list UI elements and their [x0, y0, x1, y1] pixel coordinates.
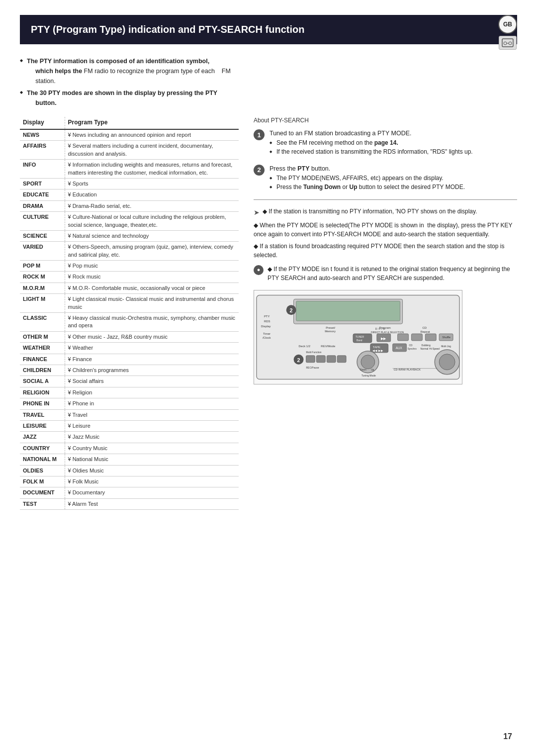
- program-type-cell: ¥ News including an announced opinion an…: [65, 129, 239, 141]
- display-cell: AFFAIRS: [20, 141, 65, 160]
- table-row: SOCIAL A¥ Social affairs: [20, 376, 239, 387]
- table-row: TRAVEL¥ Travel: [20, 409, 239, 420]
- svg-text:CD: CD: [422, 326, 427, 329]
- svg-text:2: 2: [290, 307, 293, 313]
- program-type-cell: ¥ Social affairs: [65, 376, 239, 387]
- step-1-content: Tuned to an FM station broadcasting a PT…: [269, 129, 517, 156]
- display-cell: OLDIES: [20, 465, 65, 476]
- step-2-main: Press the PTY button.: [269, 164, 517, 174]
- page-title: PTY (Program Type) indication and PTY-SE…: [31, 24, 304, 35]
- svg-rect-47: [316, 356, 325, 363]
- program-type-cell: ¥ Phone in: [65, 398, 239, 409]
- table-row: TEST¥ Alarm Test: [20, 498, 239, 509]
- caution-text: ◆ If the PTY MODE isn t found it is retu…: [268, 265, 517, 283]
- svg-text:Tuning Mode: Tuning Mode: [361, 374, 376, 377]
- program-type-cell: ¥ Culture-National or local culture incl…: [65, 212, 239, 231]
- svg-text:Down: Down: [360, 368, 366, 371]
- note-3: ◆ If a station is found broadcasting req…: [254, 242, 517, 260]
- svg-text:/Clock: /Clock: [263, 336, 271, 339]
- note-2: ◆ When the PTY MODE is selected(The PTY …: [254, 221, 517, 239]
- table-row: RELIGION¥ Religion: [20, 387, 239, 398]
- program-type-cell: ¥ Alarm Test: [65, 498, 239, 509]
- program-type-cell: ¥ Information including weights and meas…: [65, 160, 239, 179]
- svg-text:2: 2: [297, 357, 300, 363]
- table-row: COUNTRY¥ Country Music: [20, 443, 239, 454]
- svg-text:DIRECT PLAY & SELECTION: DIRECT PLAY & SELECTION: [371, 331, 404, 334]
- display-cell: DOCUMENT: [20, 487, 65, 498]
- display-cell: NEWS: [20, 129, 65, 141]
- step-1-bullet-2: If the received station is transmitting …: [269, 147, 517, 156]
- gb-badge: GB: [498, 15, 517, 50]
- svg-text:Display: Display: [261, 325, 271, 328]
- program-type-cell: ¥ Rock music: [65, 272, 239, 283]
- svg-text:AUX: AUX: [396, 346, 403, 350]
- svg-point-2: [509, 42, 512, 45]
- svg-text:RDS: RDS: [264, 320, 270, 323]
- program-type-cell: ¥ Religion: [65, 387, 239, 398]
- step-1-number: 1: [254, 129, 265, 140]
- svg-text:◀◀ ▶▶: ◀◀ ▶▶: [372, 349, 383, 352]
- svg-text:Memory: Memory: [325, 330, 336, 333]
- step-2-bullet-1: The PTY MODE(NEWS, AFFAIRS, etc) appears…: [269, 174, 517, 183]
- note-1-text: ◆ If the station is transmitting no PTY …: [263, 207, 477, 216]
- program-type-cell: ¥ M.O.R- Comfortable music, occasionally…: [65, 283, 239, 293]
- svg-rect-28: [425, 334, 436, 341]
- table-row: JAZZ¥ Jazz Music: [20, 432, 239, 443]
- svg-text:REC/Pause: REC/Pause: [306, 366, 319, 369]
- svg-rect-48: [327, 356, 336, 363]
- program-type-cell: ¥ Heavy classical music-Orchestra music,…: [65, 313, 239, 332]
- svg-text:▶▶: ▶▶: [381, 337, 386, 340]
- cassette-icon: [499, 36, 517, 50]
- table-row: SCIENCE¥ Natural science and technology: [20, 230, 239, 241]
- step-1-bullet-1: See the FM receiving method on the page …: [269, 138, 517, 147]
- svg-text:Normal: Normal: [420, 348, 428, 350]
- note-2-text: ◆ When the PTY MODE is selected(The PTY …: [254, 221, 517, 239]
- program-type-cell: ¥ Country Music: [65, 443, 239, 454]
- step-1-row: 1 Tuned to an FM station broadcasting a …: [254, 129, 517, 156]
- step-1-section: 1 Tuned to an FM station broadcasting a …: [254, 129, 517, 156]
- program-type-cell: ¥ Education: [65, 189, 239, 200]
- program-type-cell: ¥ Folk Music: [65, 476, 239, 487]
- svg-text:Deck 1/2: Deck 1/2: [299, 345, 311, 348]
- table-row: LEISURE¥ Leisure: [20, 420, 239, 431]
- display-cell: RELIGION: [20, 387, 65, 398]
- svg-text:PTY: PTY: [264, 315, 270, 318]
- display-cell: INFO: [20, 160, 65, 179]
- display-cell: PHONE IN: [20, 398, 65, 409]
- svg-text:Up: Up: [371, 368, 374, 371]
- program-type-cell: ¥ Drama-Radio serial, etc.: [65, 200, 239, 211]
- about-pty-title: About PTY-SEARCH: [254, 117, 517, 124]
- display-cell: CLASSIC: [20, 313, 65, 332]
- program-type-cell: ¥ Other music - Jazz, R&B country music: [65, 331, 239, 342]
- table-row: INFO¥ Information including weights and …: [20, 160, 239, 179]
- display-cell: FOLK M: [20, 476, 65, 487]
- intro-bullet-2: The 30 PTY modes are shown in the displa…: [20, 88, 517, 108]
- program-type-cell: ¥ Weather: [65, 343, 239, 354]
- step-2-number: 2: [254, 165, 265, 176]
- svg-text:Multi Function: Multi Function: [306, 351, 322, 354]
- display-cell: LEISURE: [20, 420, 65, 431]
- main-content: Display Program Type NEWS¥ News includin…: [20, 117, 517, 510]
- step-2-row: 2 Press the PTY button. The PTY MODE(NEW…: [254, 164, 517, 191]
- note-arrow-icon: ➤: [254, 207, 260, 218]
- notes-box: ➤ ◆ If the station is transmitting no PT…: [254, 207, 517, 260]
- note-3-text: ◆ If a station is found broadcasting req…: [254, 242, 517, 260]
- display-cell: COUNTRY: [20, 443, 65, 454]
- table-row: CULTURE¥ Culture-National or local cultu…: [20, 212, 239, 231]
- svg-text:Timer: Timer: [263, 332, 270, 335]
- gb-label: GB: [498, 15, 517, 34]
- svg-text:TUNER: TUNER: [356, 336, 364, 338]
- col-display: Display: [20, 117, 65, 129]
- table-row: LIGHT M¥ Light classical music- Classica…: [20, 294, 239, 313]
- program-type-cell: ¥ Jazz Music: [65, 432, 239, 443]
- table-row: NEWS¥ News including an announced opinio…: [20, 129, 239, 141]
- page-container: GB PTY (Program Type) indication and PTY…: [0, 0, 537, 756]
- program-type-cell: ¥ Finance: [65, 354, 239, 365]
- program-type-cell: ¥ National Music: [65, 454, 239, 465]
- step-2-content: Press the PTY button. The PTY MODE(NEWS,…: [269, 164, 517, 191]
- display-cell: WEATHER: [20, 343, 65, 354]
- display-cell: M.O.R.M: [20, 283, 65, 293]
- program-type-cell: ¥ Oldies Music: [65, 465, 239, 476]
- svg-point-1: [504, 42, 507, 45]
- table-row: CHILDREN¥ Children's programmes: [20, 365, 239, 376]
